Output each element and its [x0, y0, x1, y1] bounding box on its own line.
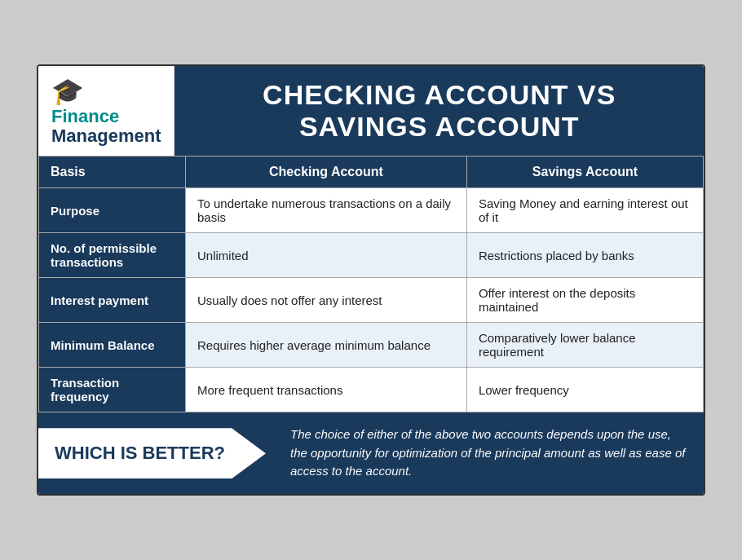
logo-icon: 🎓 [51, 76, 84, 107]
checking-cell: Usually does not offer any interest [186, 278, 467, 323]
table-row: Interest paymentUsually does not offer a… [39, 278, 704, 323]
bottom-description: The choice of either of the above two ac… [266, 412, 704, 494]
checking-cell: To undertake numerous transactions on a … [186, 188, 467, 233]
savings-cell: Comparatively lower balance requirement [466, 323, 703, 368]
logo-finance-text: Finance [51, 107, 119, 126]
header: 🎓 Finance Management CHECKING ACCOUNT vs… [38, 66, 704, 156]
basis-cell: Purpose [39, 188, 186, 233]
savings-cell: Restrictions placed by banks [466, 233, 703, 278]
table-row: PurposeTo undertake numerous transaction… [39, 188, 704, 233]
basis-cell: Minimum Balance [39, 323, 186, 368]
checking-cell: Unlimited [186, 233, 467, 278]
col-header-savings: Savings Account [466, 157, 703, 188]
savings-cell: Lower frequency [466, 368, 703, 412]
table-row: Transaction frequencyMore frequent trans… [39, 368, 704, 412]
savings-cell: Saving Money and earning interest out of… [466, 188, 703, 233]
checking-cell: Requires higher average minimum balance [186, 323, 467, 368]
table-header-row: Basis Checking Account Savings Account [39, 157, 704, 188]
logo-area: 🎓 Finance Management [38, 66, 174, 156]
col-header-checking: Checking Account [186, 157, 467, 188]
main-title: CHECKING ACCOUNT vs SAVINGS ACCOUNT [263, 79, 616, 143]
better-label-wrap: WHICH IS BETTER? [38, 412, 266, 494]
savings-cell: Offer interest on the deposits maintaine… [466, 278, 703, 323]
bottom-banner: WHICH IS BETTER? The choice of either of… [38, 412, 704, 494]
comparison-table: Basis Checking Account Savings Account P… [38, 156, 704, 412]
better-label-bg: WHICH IS BETTER? [38, 428, 266, 478]
basis-cell: Interest payment [39, 278, 186, 323]
logo-management-text: Management [51, 126, 161, 146]
table-row: No. of permissible transactionsUnlimited… [39, 233, 704, 278]
main-card: 🎓 Finance Management CHECKING ACCOUNT vs… [37, 64, 705, 496]
checking-cell: More frequent transactions [186, 368, 467, 412]
better-label: WHICH IS BETTER? [55, 443, 225, 464]
basis-cell: Transaction frequency [39, 368, 186, 412]
basis-cell: No. of permissible transactions [39, 233, 186, 278]
col-header-basis: Basis [39, 157, 186, 188]
title-area: CHECKING ACCOUNT vs SAVINGS ACCOUNT [174, 66, 704, 156]
table-row: Minimum BalanceRequires higher average m… [39, 323, 704, 368]
